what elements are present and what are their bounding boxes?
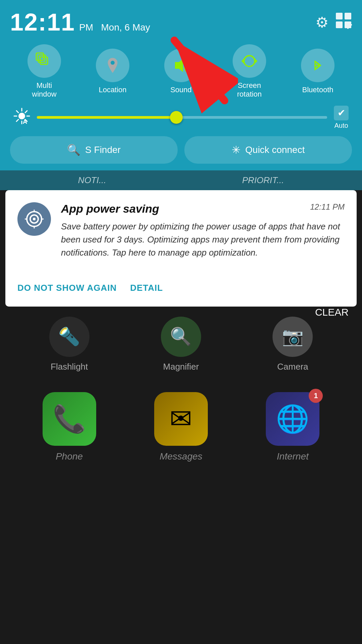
toggle-sound[interactable]: Sound (164, 49, 198, 94)
notification-card[interactable]: App power saving 12:11 PM Save battery p… (5, 190, 357, 307)
location-label: Location (99, 86, 126, 94)
notif-tab-notifications[interactable]: NOTI... (78, 175, 106, 185)
svg-line-19 (16, 111, 18, 113)
internet-icon: 🌐 1 (266, 392, 319, 446)
time-hour: 12:11 (10, 10, 75, 34)
flashlight-label: Flashlight (51, 362, 88, 372)
camera-icon: 📷 (273, 317, 313, 357)
svg-text:A: A (23, 118, 27, 124)
search-icon: 🔍 (67, 144, 80, 156)
quick-connect-icon: ✳ (232, 144, 241, 156)
svg-rect-2 (336, 21, 343, 28)
notif-tab-priority[interactable]: PRIORIT... (242, 175, 284, 185)
multi-window-label: Multi window (32, 81, 56, 99)
svg-rect-0 (336, 13, 343, 19)
toggle-row: Multi window Location Sound (10, 44, 352, 99)
toggle-bluetooth[interactable]: Bluetooth (301, 49, 335, 94)
camera-app[interactable]: 📷 Camera (273, 317, 313, 372)
screen-rotation-icon-circle (233, 44, 266, 78)
flashlight-app[interactable]: 🔦 Flashlight (49, 317, 89, 372)
notification-header-area: NOTI... PRIORIT... (0, 170, 362, 190)
bluetooth-label: Bluetooth (302, 86, 334, 94)
brightness-slider[interactable] (37, 116, 327, 119)
quick-connect-label: Quick connect (245, 145, 305, 155)
toggle-multi-window[interactable]: Multi window (27, 44, 61, 99)
internet-badge: 1 (309, 389, 323, 403)
auto-checkbox-icon: ✔ (334, 106, 349, 120)
magnifier-icon: 🔍 (161, 317, 201, 357)
notification-title-row: App power saving 12:11 PM (61, 202, 345, 215)
grid-icon[interactable] (335, 12, 352, 32)
flashlight-icon: 🔦 (49, 317, 89, 357)
messages-label: Messages (160, 451, 202, 462)
notification-time: 12:11 PM (310, 202, 345, 212)
svg-marker-11 (255, 58, 257, 64)
multi-window-icon-circle (27, 44, 61, 78)
sound-label: Sound (170, 86, 192, 94)
toggle-location[interactable]: Location (96, 49, 129, 94)
svg-rect-7 (38, 55, 46, 62)
internet-label: Internet (277, 451, 309, 462)
auto-brightness-toggle[interactable]: ✔ Auto (334, 106, 349, 129)
notification-icon (17, 202, 51, 236)
quick-settings-panel: 12:11 PM Mon, 6 May ⚙ (0, 0, 362, 170)
svg-point-9 (111, 61, 115, 65)
status-icons: ⚙ (315, 12, 352, 32)
messages-icon: ✉ (154, 392, 208, 446)
quick-connect-button[interactable]: ✳ Quick connect (184, 136, 352, 164)
detail-button[interactable]: DETAIL (130, 279, 163, 297)
app-icons-row: CLEAR 🔦 Flashlight 🔍 Magnifier 📷 Camera (0, 307, 362, 375)
time-display: 12:11 PM Mon, 6 May (10, 10, 150, 34)
clear-button[interactable]: CLEAR (315, 307, 349, 318)
settings-gear-icon[interactable]: ⚙ (315, 14, 328, 31)
screen-rotation-label: Screen rotation (237, 81, 261, 99)
internet-app[interactable]: 🌐 1 Internet (266, 392, 319, 462)
notification-actions: DO NOT SHOW AGAIN DETAIL (17, 276, 345, 297)
brightness-icon: A (13, 108, 30, 127)
s-finder-label: S Finder (85, 145, 121, 155)
bluetooth-icon-circle (301, 49, 335, 82)
brightness-row: A ✔ Auto (10, 106, 352, 129)
magnifier-app[interactable]: 🔍 Magnifier (161, 317, 201, 372)
location-icon-circle (96, 49, 129, 82)
brightness-thumb[interactable] (170, 111, 183, 124)
do-not-show-button[interactable]: DO NOT SHOW AGAIN (17, 279, 117, 297)
status-bar: 12:11 PM Mon, 6 May ⚙ (10, 10, 352, 34)
finder-row: 🔍 S Finder ✳ Quick connect (10, 136, 352, 164)
brightness-fill (37, 116, 176, 119)
magnifier-label: Magnifier (163, 362, 199, 372)
svg-point-28 (33, 218, 36, 220)
s-finder-button[interactable]: 🔍 S Finder (10, 136, 178, 164)
svg-marker-10 (175, 59, 183, 72)
notification-header: App power saving 12:11 PM Save battery p… (17, 202, 345, 259)
bottom-apps-row: 📞 Phone ✉ Messages 🌐 1 Internet (0, 375, 362, 472)
sound-icon-circle (164, 49, 198, 82)
phone-app[interactable]: 📞 Phone (43, 392, 96, 462)
auto-label: Auto (334, 122, 348, 129)
notification-title: App power saving (61, 202, 159, 215)
notification-body: Save battery power by optimizing the pow… (61, 220, 345, 259)
camera-label: Camera (277, 362, 308, 372)
svg-line-21 (25, 111, 27, 113)
svg-marker-12 (241, 58, 244, 64)
svg-rect-1 (345, 13, 351, 19)
svg-line-22 (16, 119, 18, 121)
time-details: PM Mon, 6 May (79, 22, 150, 33)
messages-app[interactable]: ✉ Messages (154, 392, 208, 462)
phone-icon: 📞 (43, 392, 96, 446)
phone-label: Phone (56, 451, 83, 462)
notification-content: App power saving 12:11 PM Save battery p… (61, 202, 345, 259)
toggle-screen-rotation[interactable]: Screen rotation (233, 44, 266, 99)
